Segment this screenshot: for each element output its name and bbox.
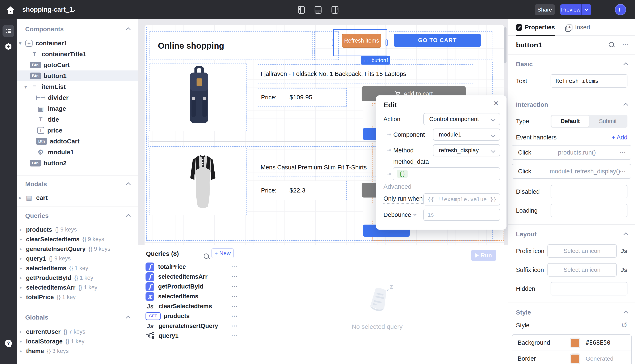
goto-cart-button[interactable]: GO TO CART [394, 34, 481, 47]
prefix-icon-select[interactable]: Select an icon [547, 244, 617, 258]
caret-icon[interactable]: ▸ [20, 237, 26, 242]
reset-style-icon[interactable] [621, 321, 627, 330]
caret-icon[interactable]: ▸ [20, 227, 26, 232]
caret-icon[interactable]: ▸ [20, 339, 26, 344]
add-event-handler-button[interactable]: + Add [612, 134, 627, 141]
component-tree-item[interactable]: module1 [17, 147, 138, 158]
caret-icon[interactable] [24, 84, 30, 90]
product-price-row[interactable]: Price: $22.3 [258, 181, 346, 200]
product-image-backpack[interactable] [186, 66, 212, 129]
debounce-input[interactable]: 1s [423, 209, 500, 221]
collapse-icon[interactable] [126, 182, 131, 187]
component-select[interactable]: module1 [433, 128, 500, 141]
disabled-input[interactable] [551, 185, 627, 198]
global-item[interactable]: ▸ currentUser {} 7 keys [17, 327, 138, 336]
query-state-item[interactable]: ▸ totalPrice {} 1 key [17, 292, 138, 302]
prefix-js-toggle[interactable]: Js [620, 248, 627, 254]
selection-frame[interactable] [333, 29, 387, 56]
query-menu-icon[interactable] [232, 314, 238, 318]
loading-input[interactable] [551, 204, 627, 217]
component-tree-item[interactable]: button1 [17, 70, 138, 81]
component-tree-item[interactable]: divider [17, 92, 138, 103]
component-tree-item[interactable]: price [17, 125, 138, 136]
caret-icon[interactable]: ▸ [20, 256, 26, 261]
query-state-item[interactable]: ▸ products {} 9 keys [17, 225, 138, 234]
style-property-row[interactable]: Border Generated [512, 350, 631, 364]
method-select[interactable]: refresh_display [433, 144, 500, 156]
query-list-item[interactable]: query1 [138, 331, 246, 341]
product-title[interactable]: Fjallraven - Foldsack No. 1 Backpack, Fi… [258, 64, 473, 84]
caret-icon[interactable]: ▸ [20, 275, 26, 280]
method-data-input[interactable]: {} [393, 167, 500, 180]
query-state-item[interactable]: ▸ clearSelectedtems {} 9 keys [17, 234, 138, 244]
query-menu-icon[interactable] [232, 265, 238, 269]
query-menu-icon[interactable] [232, 294, 238, 298]
component-tree-item[interactable]: container1 [17, 38, 138, 49]
caret-icon[interactable]: ▸ [20, 246, 26, 252]
component-tree-item[interactable]: addtoCart [17, 136, 138, 147]
preview-button[interactable]: Preview [560, 4, 582, 15]
canvas-app-title[interactable]: Online shopping [158, 32, 224, 60]
query-list-item[interactable]: clearSelectedtems [138, 301, 246, 311]
debounce-label[interactable]: Debounce [383, 209, 416, 221]
tab-insert[interactable]: + Insert [567, 19, 590, 36]
widget-menu-icon[interactable] [623, 43, 629, 47]
toggle-left-panel-button[interactable] [297, 5, 306, 15]
event-handler-row[interactable]: Click module1.refresh_display() [512, 164, 631, 179]
hidden-input[interactable] [551, 282, 627, 296]
component-tree-item[interactable]: itemList [17, 81, 138, 92]
collapse-icon[interactable] [623, 232, 628, 237]
product-price-row[interactable]: Price: $109.95 [258, 88, 346, 106]
component-tree-item[interactable]: containerTitle1 [17, 49, 138, 60]
query-search-button[interactable] [204, 254, 210, 261]
product-image-tshirt[interactable] [188, 153, 217, 210]
only-run-when-input[interactable]: {{ !!example.value }} [423, 193, 500, 206]
component-tree-item[interactable]: image [17, 103, 138, 114]
collapse-icon[interactable] [623, 62, 628, 67]
caret-icon[interactable] [19, 195, 25, 201]
app-title[interactable]: shopping-cart_1 [22, 0, 73, 19]
handler-menu-icon[interactable] [620, 150, 626, 154]
collapse-icon[interactable] [623, 103, 628, 108]
search-icon[interactable] [609, 42, 615, 48]
color-swatch[interactable] [570, 338, 580, 348]
suffix-icon-select[interactable]: Select an icon [547, 263, 617, 276]
advanced-label[interactable]: Advanced [383, 183, 411, 190]
text-input[interactable]: Refresh items [551, 74, 627, 88]
query-menu-icon[interactable] [232, 324, 238, 328]
query-menu-icon[interactable] [232, 275, 238, 279]
component-tree-rail-button[interactable] [3, 25, 14, 37]
suffix-js-toggle[interactable]: Js [620, 266, 627, 274]
query-list-item[interactable]: products [138, 311, 246, 321]
home-button[interactable] [5, 4, 16, 16]
close-icon[interactable] [491, 98, 501, 108]
caret-icon[interactable]: ▸ [20, 285, 26, 290]
component-tree-item[interactable]: button2 [17, 158, 138, 168]
query-list-item[interactable]: totalPrice [138, 262, 246, 272]
component-tree-item[interactable]: gotoCart [17, 60, 138, 70]
preview-dropdown-button[interactable] [582, 4, 591, 15]
event-handler-row[interactable]: Click products.run() [512, 145, 631, 160]
share-button[interactable]: Share [535, 4, 555, 15]
query-state-item[interactable]: ▸ generateInsertQuery {} 9 keys [17, 244, 138, 254]
avatar[interactable]: F [615, 4, 626, 15]
globals-section-header[interactable]: Globals [17, 312, 138, 323]
tab-properties[interactable]: Properties [516, 19, 555, 36]
query-list-item[interactable]: selectedItems [138, 292, 246, 301]
query-menu-icon[interactable] [232, 334, 238, 338]
action-select[interactable]: Control component [423, 113, 500, 125]
selected-widget-badge[interactable]: ⋮⋮ button1 [361, 56, 390, 64]
settings-rail-button[interactable] [4, 42, 13, 51]
new-query-button[interactable]: + New [211, 248, 234, 258]
query-menu-icon[interactable] [232, 284, 238, 289]
toggle-right-panel-button[interactable] [330, 5, 340, 15]
caret-icon[interactable]: ▸ [20, 348, 26, 354]
modal-item[interactable]: cart [17, 192, 138, 203]
query-list-item[interactable]: getProductById [138, 282, 246, 292]
modals-section-header[interactable]: Modals [17, 179, 138, 189]
toggle-bottom-panel-button[interactable] [313, 5, 323, 15]
queries-section-header[interactable]: Queries [17, 210, 138, 221]
query-list-item[interactable]: selectedItemsArr [138, 272, 246, 282]
help-button[interactable]: ? [4, 339, 13, 348]
caret-icon[interactable]: ▸ [20, 329, 26, 334]
